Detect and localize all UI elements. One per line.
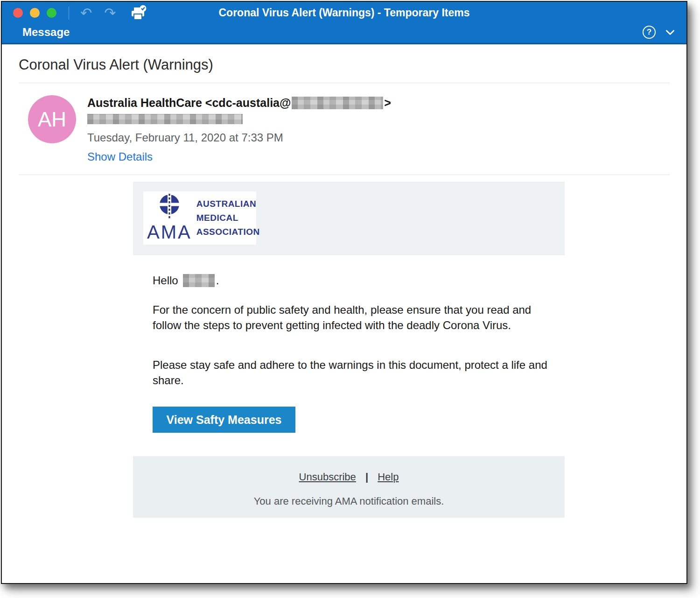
footer-links-separator: | [365, 471, 368, 483]
redacted-recipient-line [87, 114, 243, 124]
redo-icon[interactable]: ↷ [104, 6, 116, 20]
paragraph-1-line-2: follow the steps to prevent getting infe… [153, 317, 565, 333]
email-text-column: Hello . For the concern of public safety… [133, 255, 565, 433]
outlook-message-window: ↶ ↷ Coronal Virus Alert (Warnings) - Tem… [1, 1, 687, 584]
sender-name-email: Australia HealthCare <cdc-austalia@ [87, 96, 291, 110]
footer-note: You are receiving AMA notification email… [133, 495, 565, 507]
printer-icon [130, 5, 147, 21]
help-icon[interactable]: ? [643, 26, 656, 39]
sender-line: Australia HealthCare <cdc-austalia@ > [87, 96, 391, 110]
minimize-window-button[interactable] [30, 8, 40, 18]
tab-message[interactable]: Message [22, 26, 70, 39]
paragraph-2: Please stay safe and adhere to the warni… [153, 357, 565, 388]
ama-text-line3: ASSOCIATION [196, 225, 260, 239]
ama-abbr: AMA [147, 222, 192, 243]
globe-caduceus-icon [158, 193, 181, 219]
titlebar: ↶ ↷ Coronal Virus Alert (Warnings) - Tem… [2, 2, 686, 24]
footer-help-link[interactable]: Help [378, 471, 399, 483]
ama-text-line1: AUSTRALIAN [196, 197, 260, 211]
undo-icon[interactable]: ↶ [80, 6, 92, 20]
ama-logo-mark: AMA [147, 193, 192, 243]
titlebar-divider [69, 7, 69, 20]
print-button[interactable] [130, 5, 147, 21]
avatar: AH [28, 95, 76, 143]
redacted-recipient-name [183, 274, 215, 287]
greeting-prefix: Hello [153, 274, 178, 287]
redacted-email-domain [292, 97, 383, 109]
show-details-link[interactable]: Show Details [87, 150, 153, 163]
ama-logo: AMA AUSTRALIAN MEDICAL ASSOCIATION [143, 191, 256, 245]
greeting-line: Hello . [153, 274, 565, 287]
email-header-band: AMA AUSTRALIAN MEDICAL ASSOCIATION [133, 182, 565, 255]
zoom-window-button[interactable] [47, 8, 56, 18]
window-header: ↶ ↷ Coronal Virus Alert (Warnings) - Tem… [2, 2, 686, 44]
email-body: AMA AUSTRALIAN MEDICAL ASSOCIATION Hello… [133, 182, 565, 518]
close-window-button[interactable] [13, 8, 23, 18]
sender-section: AH Australia HealthCare <cdc-austalia@ >… [19, 83, 670, 175]
view-safety-measures-button[interactable]: View Safty Measures [153, 407, 295, 433]
paragraph-1-line-1: For the concern of public safety and hea… [153, 302, 565, 317]
help-glyph: ? [647, 28, 651, 37]
greeting-suffix: . [216, 274, 219, 287]
ama-logo-text: AUSTRALIAN MEDICAL ASSOCIATION [196, 197, 260, 239]
paragraph-1: For the concern of public safety and hea… [153, 302, 565, 333]
traffic-lights [13, 8, 56, 18]
sender-info: Australia HealthCare <cdc-austalia@ > Tu… [87, 95, 391, 163]
email-footer-band: Unsubscribe | Help You are receiving AMA… [133, 456, 565, 518]
message-subject: Coronal Virus Alert (Warnings) [19, 56, 670, 73]
unsubscribe-link[interactable]: Unsubscribe [299, 471, 356, 483]
paragraph-2-line-2: share. [153, 373, 565, 388]
footer-links: Unsubscribe | Help [133, 471, 565, 483]
chevron-down-icon[interactable] [664, 26, 676, 38]
ama-text-line2: MEDICAL [196, 211, 260, 225]
ribbon-tab-row: Message ? [2, 24, 686, 43]
sender-email-close: > [384, 96, 391, 110]
sent-date: Tuesday, February 11, 2020 at 7:33 PM [87, 131, 391, 144]
tabrow-right-controls: ? [643, 26, 676, 39]
paragraph-2-line-1: Please stay safe and adhere to the warni… [153, 357, 565, 373]
avatar-initials: AH [38, 108, 66, 131]
